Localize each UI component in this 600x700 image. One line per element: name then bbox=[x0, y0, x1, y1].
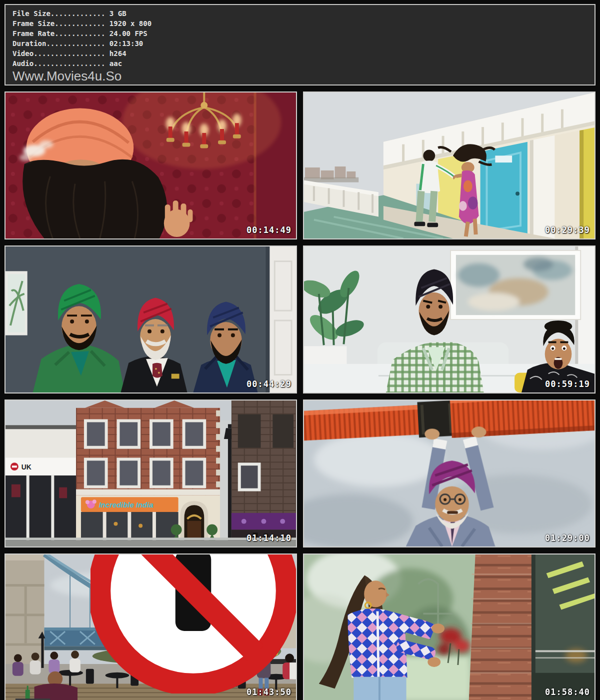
no-alcohol-icon bbox=[90, 554, 296, 694]
scene-sofa-illustration bbox=[304, 246, 594, 392]
info-value: 1920 x 800 bbox=[105, 20, 152, 28]
brick-building: Incredible India bbox=[76, 400, 220, 546]
screenshot-6: 01:29:00 bbox=[303, 400, 596, 548]
info-line-audio: Audio.................aac bbox=[12, 58, 588, 68]
timestamp-overlay: 01:43:50 bbox=[246, 687, 292, 697]
info-value: 3 GB bbox=[105, 10, 126, 18]
info-line-duration: Duration..............02:13:30 bbox=[12, 38, 588, 48]
dark-brick-building bbox=[232, 400, 296, 546]
info-label: File Size............. bbox=[12, 10, 105, 18]
info-line-video: Video.................h264 bbox=[12, 48, 588, 58]
page: { "file_info": { "lines": [ {"label": "F… bbox=[0, 0, 600, 700]
info-label: Video................. bbox=[12, 50, 105, 58]
timestamp-overlay: 00:59:19 bbox=[545, 379, 590, 389]
timestamp-overlay: 01:58:40 bbox=[545, 687, 590, 697]
timestamp-overlay: 01:29:00 bbox=[545, 533, 590, 543]
scene-beach-huts-illustration bbox=[304, 92, 594, 238]
info-label: Frame Rate............ bbox=[12, 30, 105, 38]
blurred-brick-pillar bbox=[469, 554, 538, 700]
screenshot-8: 01:58:40 bbox=[303, 554, 596, 700]
info-value: h264 bbox=[105, 50, 126, 58]
svg-text:Incredible India: Incredible India bbox=[99, 501, 154, 509]
info-label: Audio................. bbox=[12, 60, 105, 68]
timestamp-overlay: 01:14:10 bbox=[246, 533, 292, 543]
scene-street-illustration: UK bbox=[6, 400, 296, 546]
screenshot-5: UK bbox=[4, 400, 297, 548]
screenshot-2: 00:29:39 bbox=[303, 92, 596, 240]
svg-text:UK: UK bbox=[22, 463, 32, 471]
site-watermark: Www.Movies4u.So bbox=[12, 69, 588, 84]
screenshot-7: ALCOHOL CONSUMPTION IS INJURIOUS 01:43:5… bbox=[4, 554, 297, 700]
timestamp-overlay: 00:14:49 bbox=[246, 225, 292, 235]
scene-pipe-hang-illustration bbox=[304, 400, 594, 546]
scene-red-room-illustration bbox=[6, 92, 296, 238]
timestamp-overlay: 00:44:29 bbox=[246, 379, 292, 389]
screenshot-grid: 00:14:49 bbox=[4, 92, 596, 700]
timestamp-overlay: 00:29:39 bbox=[545, 225, 590, 235]
file-info-panel: File Size.............3 GB Frame Size...… bbox=[4, 4, 596, 86]
info-value: aac bbox=[105, 60, 122, 68]
alcohol-warning: ALCOHOL CONSUMPTION IS INJURIOUS bbox=[90, 554, 296, 694]
dark-window bbox=[532, 554, 594, 700]
info-value: 24.00 FPS bbox=[105, 30, 147, 38]
screenshot-3: 00:44:29 bbox=[4, 246, 297, 394]
screenshot-1: 00:14:49 bbox=[4, 92, 297, 240]
info-line-frame-size: Frame Size............1920 x 800 bbox=[12, 18, 588, 28]
info-label: Frame Size............ bbox=[12, 20, 105, 28]
info-line-file-size: File Size.............3 GB bbox=[12, 8, 588, 18]
info-value: 02:13:30 bbox=[105, 40, 143, 48]
stone-pillar bbox=[6, 554, 44, 666]
info-label: Duration.............. bbox=[12, 40, 105, 48]
white-shop-building: UK bbox=[6, 425, 76, 546]
scene-motion-blur-illustration bbox=[304, 554, 594, 700]
scene-three-men-illustration bbox=[6, 246, 296, 392]
info-line-frame-rate: Frame Rate............24.00 FPS bbox=[12, 28, 588, 38]
screenshot-4: 00:59:19 bbox=[303, 246, 596, 394]
